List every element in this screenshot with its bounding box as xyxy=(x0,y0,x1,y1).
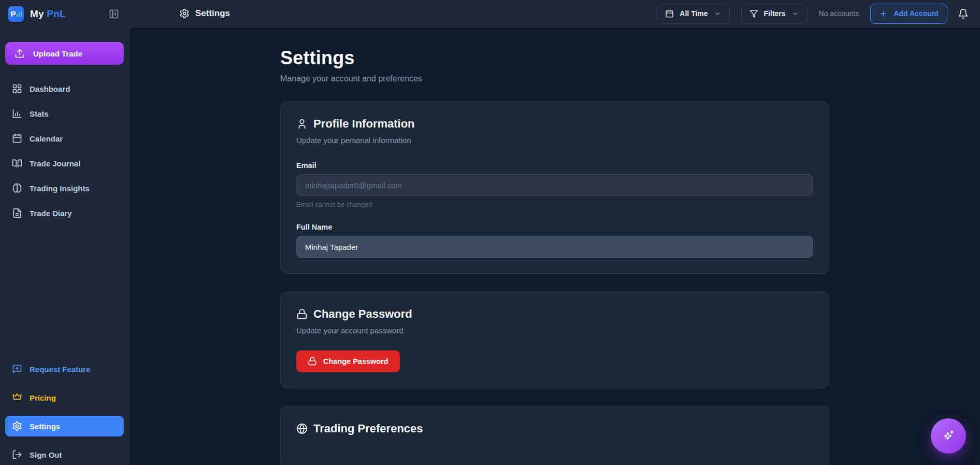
change-password-card: Change Password Update your account pass… xyxy=(280,291,829,388)
sidebar-item-stats[interactable]: Stats xyxy=(5,103,124,124)
app-logo-icon: P xyxy=(8,6,24,22)
sidebar-collapse-button[interactable] xyxy=(106,6,122,22)
topbar-controls: All Time Filters No accounts Ad xyxy=(657,4,969,24)
logout-icon xyxy=(12,449,22,460)
time-range-dropdown[interactable]: All Time xyxy=(657,4,729,24)
sidebar-header: P My PnL xyxy=(0,0,129,27)
trading-preferences-card: Trading Preferences xyxy=(280,406,829,465)
chevron-down-icon xyxy=(714,10,722,18)
crown-icon xyxy=(12,392,22,403)
globe-icon xyxy=(296,423,308,434)
brain-icon xyxy=(12,183,22,193)
page-subtitle: Manage your account and preferences xyxy=(280,74,829,83)
full-name-label: Full Name xyxy=(296,223,813,231)
password-card-subtitle: Update your account password xyxy=(296,326,813,335)
profile-information-card: Profile Information Update your personal… xyxy=(280,101,829,274)
ai-assistant-fab[interactable] xyxy=(931,418,966,454)
email-field xyxy=(296,174,813,196)
add-account-button[interactable]: Add Account xyxy=(870,4,947,24)
sidebar-nav: Dashboard Stats Calendar Trade Journal xyxy=(5,78,124,223)
sidebar-item-trading-insights[interactable]: Trading Insights xyxy=(5,178,124,199)
calendar-icon xyxy=(665,9,674,18)
chevron-down-icon xyxy=(791,10,799,18)
logo-chart-icon xyxy=(17,11,22,17)
page-title: Settings xyxy=(280,47,829,69)
message-plus-icon xyxy=(12,364,22,374)
sidebar-item-sign-out[interactable]: Sign Out xyxy=(5,444,124,465)
settings-page: Settings Manage your account and prefere… xyxy=(129,27,980,465)
sidebar-item-settings[interactable]: Settings xyxy=(5,416,124,436)
book-open-icon xyxy=(12,158,22,168)
password-card-header: Change Password xyxy=(296,307,813,321)
filters-dropdown[interactable]: Filters xyxy=(741,4,808,24)
upload-icon xyxy=(15,48,25,59)
change-password-button[interactable]: Change Password xyxy=(296,350,400,372)
trading-card-header: Trading Preferences xyxy=(296,422,813,435)
main-column: Settings All Time Filters xyxy=(129,0,980,465)
sidebar: P My PnL Upload Trade Dashboard xyxy=(0,0,129,465)
upload-trade-button[interactable]: Upload Trade xyxy=(5,42,124,65)
panel-collapse-icon xyxy=(109,9,119,19)
no-accounts-status: No accounts xyxy=(819,9,859,18)
profile-card-subtitle: Update your personal information xyxy=(296,136,813,145)
email-label: Email xyxy=(296,161,813,170)
bar-chart-icon xyxy=(12,108,22,119)
layout-grid-icon xyxy=(12,83,22,94)
sidebar-item-dashboard[interactable]: Dashboard xyxy=(5,78,124,99)
topbar: Settings All Time Filters xyxy=(129,0,980,27)
gear-icon xyxy=(12,421,22,431)
sidebar-item-calendar[interactable]: Calendar xyxy=(5,128,124,149)
sidebar-item-trade-journal[interactable]: Trade Journal xyxy=(5,153,124,174)
sidebar-item-request-feature[interactable]: Request Feature xyxy=(5,359,124,379)
file-text-icon xyxy=(12,208,22,218)
bell-icon xyxy=(958,8,969,19)
gear-icon xyxy=(179,8,190,19)
email-note: Email cannot be changed xyxy=(296,201,813,208)
notifications-button[interactable] xyxy=(958,8,969,19)
filter-icon xyxy=(750,9,758,18)
sidebar-item-trade-diary[interactable]: Trade Diary xyxy=(5,203,124,223)
sidebar-footer: Request Feature Pricing Settings Sign Ou… xyxy=(5,359,124,465)
lock-icon xyxy=(296,308,308,320)
topbar-title: Settings xyxy=(179,8,230,19)
lock-icon xyxy=(308,357,317,366)
calendar-icon xyxy=(12,133,22,144)
brand-title: My PnL xyxy=(30,8,66,20)
user-icon xyxy=(296,118,308,130)
sidebar-item-pricing[interactable]: Pricing xyxy=(5,387,124,408)
profile-card-header: Profile Information xyxy=(296,117,813,131)
plus-icon xyxy=(879,9,888,18)
sparkles-icon xyxy=(942,429,955,443)
full-name-field[interactable] xyxy=(296,236,813,258)
